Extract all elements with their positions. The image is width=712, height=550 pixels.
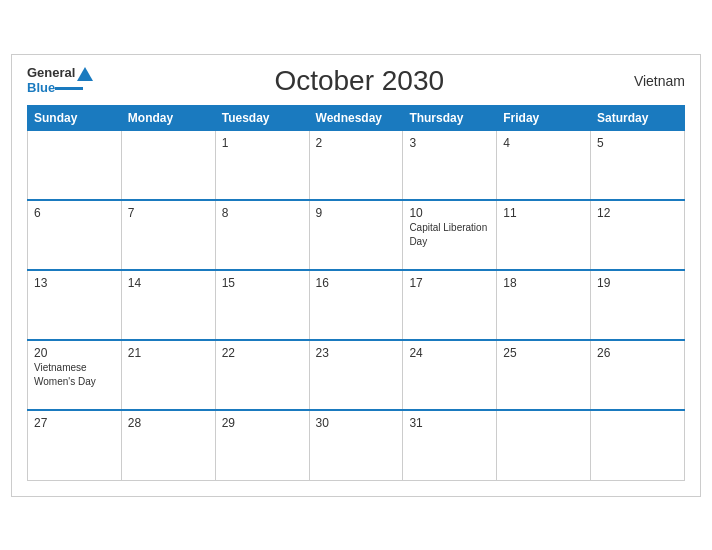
calendar-cell: 13 [28, 270, 122, 340]
event-text: Vietnamese Women's Day [34, 362, 96, 387]
day-number: 18 [503, 276, 584, 290]
day-number: 15 [222, 276, 303, 290]
day-number: 12 [597, 206, 678, 220]
day-number: 7 [128, 206, 209, 220]
calendar-cell: 8 [215, 200, 309, 270]
day-number: 29 [222, 416, 303, 430]
day-number: 26 [597, 346, 678, 360]
day-number: 20 [34, 346, 115, 360]
logo: General Blue [27, 66, 93, 95]
day-number: 14 [128, 276, 209, 290]
calendar-cell: 9 [309, 200, 403, 270]
calendar-cell: 11 [497, 200, 591, 270]
day-number: 10 [409, 206, 490, 220]
day-number: 30 [316, 416, 397, 430]
calendar-cell: 5 [591, 130, 685, 200]
country-label: Vietnam [625, 73, 685, 89]
day-number: 2 [316, 136, 397, 150]
calendar-cell: 16 [309, 270, 403, 340]
calendar-table: Sunday Monday Tuesday Wednesday Thursday… [27, 105, 685, 481]
calendar-week-row: 20Vietnamese Women's Day212223242526 [28, 340, 685, 410]
day-number: 1 [222, 136, 303, 150]
header-tuesday: Tuesday [215, 105, 309, 130]
calendar-container: General Blue October 2030 Vietnam Sunday… [11, 54, 701, 497]
calendar-cell [121, 130, 215, 200]
calendar-cell: 1 [215, 130, 309, 200]
day-number: 28 [128, 416, 209, 430]
day-number: 4 [503, 136, 584, 150]
calendar-cell: 21 [121, 340, 215, 410]
calendar-cell: 3 [403, 130, 497, 200]
logo-general-text: General [27, 66, 75, 80]
calendar-cell: 20Vietnamese Women's Day [28, 340, 122, 410]
calendar-week-row: 2728293031 [28, 410, 685, 480]
day-number: 22 [222, 346, 303, 360]
logo-triangle-icon [77, 67, 93, 81]
calendar-cell: 6 [28, 200, 122, 270]
day-number: 25 [503, 346, 584, 360]
day-number: 19 [597, 276, 678, 290]
day-number: 11 [503, 206, 584, 220]
header-thursday: Thursday [403, 105, 497, 130]
calendar-cell: 30 [309, 410, 403, 480]
calendar-cell: 31 [403, 410, 497, 480]
logo-underline [55, 87, 83, 90]
calendar-cell: 2 [309, 130, 403, 200]
calendar-cell: 17 [403, 270, 497, 340]
calendar-week-row: 678910Capital Liberation Day1112 [28, 200, 685, 270]
calendar-week-row: 13141516171819 [28, 270, 685, 340]
calendar-cell: 26 [591, 340, 685, 410]
day-number: 16 [316, 276, 397, 290]
calendar-cell: 10Capital Liberation Day [403, 200, 497, 270]
day-number: 13 [34, 276, 115, 290]
logo-blue-text: Blue [27, 81, 55, 95]
day-number: 5 [597, 136, 678, 150]
calendar-header: General Blue October 2030 Vietnam [27, 65, 685, 97]
calendar-cell: 22 [215, 340, 309, 410]
calendar-cell [497, 410, 591, 480]
calendar-cell: 12 [591, 200, 685, 270]
calendar-cell: 25 [497, 340, 591, 410]
calendar-cell: 24 [403, 340, 497, 410]
calendar-cell: 18 [497, 270, 591, 340]
calendar-cell: 4 [497, 130, 591, 200]
day-number: 17 [409, 276, 490, 290]
day-number: 9 [316, 206, 397, 220]
calendar-cell: 14 [121, 270, 215, 340]
calendar-cell: 7 [121, 200, 215, 270]
calendar-cell: 19 [591, 270, 685, 340]
day-number: 24 [409, 346, 490, 360]
calendar-cell [591, 410, 685, 480]
header-saturday: Saturday [591, 105, 685, 130]
header-friday: Friday [497, 105, 591, 130]
weekday-header-row: Sunday Monday Tuesday Wednesday Thursday… [28, 105, 685, 130]
header-wednesday: Wednesday [309, 105, 403, 130]
day-number: 3 [409, 136, 490, 150]
day-number: 21 [128, 346, 209, 360]
calendar-week-row: 12345 [28, 130, 685, 200]
calendar-cell: 27 [28, 410, 122, 480]
calendar-cell [28, 130, 122, 200]
calendar-cell: 23 [309, 340, 403, 410]
day-number: 8 [222, 206, 303, 220]
calendar-cell: 28 [121, 410, 215, 480]
day-number: 27 [34, 416, 115, 430]
header-sunday: Sunday [28, 105, 122, 130]
day-number: 31 [409, 416, 490, 430]
header-monday: Monday [121, 105, 215, 130]
month-year-title: October 2030 [93, 65, 625, 97]
event-text: Capital Liberation Day [409, 222, 487, 247]
day-number: 23 [316, 346, 397, 360]
calendar-cell: 15 [215, 270, 309, 340]
calendar-cell: 29 [215, 410, 309, 480]
day-number: 6 [34, 206, 115, 220]
